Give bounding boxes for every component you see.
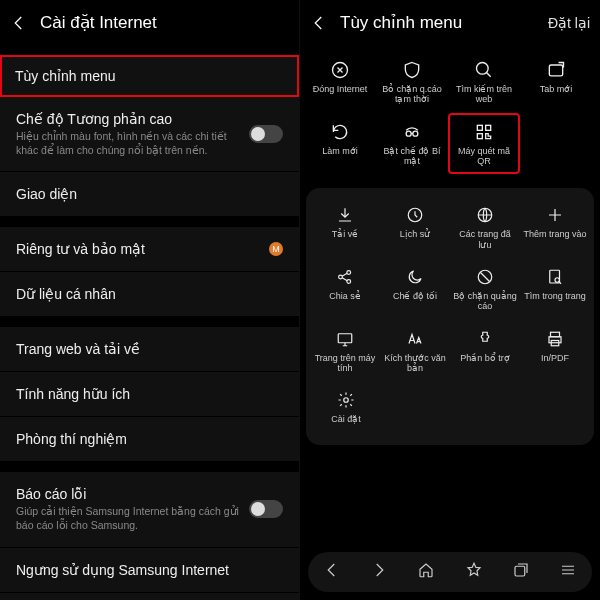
history-item[interactable]: Lịch sử: [380, 196, 450, 258]
label: Riêng tư và bảo mật: [16, 241, 145, 257]
saved-pages-item[interactable]: Các trang đã lưu: [450, 196, 520, 258]
label: Kích thước văn bản: [382, 353, 448, 374]
label: Chế độ tối: [393, 291, 437, 301]
svg-point-1: [477, 63, 489, 75]
empty-slot: [520, 113, 592, 175]
menu-icon[interactable]: [559, 561, 577, 583]
svg-rect-21: [515, 566, 525, 576]
contact-item[interactable]: Liên hệ chúng tôi: [0, 593, 299, 600]
label: Phòng thí nghiệm: [16, 431, 127, 447]
close-internet-item[interactable]: Đóng Internet: [304, 51, 376, 113]
block-icon: [476, 266, 494, 288]
tabs-icon[interactable]: [512, 561, 530, 583]
reset-button[interactable]: Đặt lại: [548, 15, 590, 31]
label: Tải về: [332, 229, 359, 239]
svg-point-20: [344, 398, 349, 403]
svg-rect-6: [486, 125, 491, 130]
label: Bật chế độ Bí mật: [378, 146, 446, 167]
settings-list: Tùy chỉnh menu Chế độ Tương phản cao Hiệ…: [0, 45, 299, 600]
personal-data-item[interactable]: Dữ liệu cá nhân: [0, 272, 299, 317]
label: Báo cáo lỗi: [16, 486, 249, 502]
print-item[interactable]: In/PDF: [520, 320, 590, 382]
settings-pane: Cài đặt Internet Tùy chỉnh menu Chế độ T…: [0, 0, 300, 600]
sublabel: Giúp cải thiện Samsung Internet bằng các…: [16, 505, 249, 532]
addons-item[interactable]: Phần bổ trợ: [450, 320, 520, 382]
download-item[interactable]: Tải về: [310, 196, 380, 258]
label: In/PDF: [541, 353, 569, 363]
high-contrast-item[interactable]: Chế độ Tương phản cao Hiệu chỉnh màu fon…: [0, 97, 299, 172]
label: Trang web và tải về: [16, 341, 140, 357]
customize-menu-pane: Tùy chỉnh menu Đặt lại Đóng Internet Bỏ …: [300, 0, 600, 600]
toggle-switch[interactable]: [249, 125, 283, 143]
web-search-item[interactable]: Tìm kiếm trên web: [448, 51, 520, 113]
text-size-item[interactable]: Kích thước văn bản: [380, 320, 450, 382]
label: Bộ chặn quảng cáo: [452, 291, 518, 312]
label: Trang trên máy tính: [312, 353, 378, 374]
useful-features-item[interactable]: Tính năng hữu ích: [0, 372, 299, 417]
mask-icon: [402, 121, 422, 143]
labs-item[interactable]: Phòng thí nghiệm: [0, 417, 299, 462]
header: Cài đặt Internet: [0, 0, 299, 45]
label: Chế độ Tương phản cao: [16, 111, 249, 127]
qr-scanner-item[interactable]: Máy quét mã QR: [448, 113, 520, 175]
label: Các trang đã lưu: [452, 229, 518, 250]
new-tab-item[interactable]: Tab mới: [520, 51, 592, 113]
svg-rect-2: [549, 65, 562, 76]
bookmark-icon[interactable]: [465, 561, 483, 583]
shield-icon: [402, 59, 422, 81]
add-page-item[interactable]: Thêm trang vào: [520, 196, 590, 258]
svg-point-3: [406, 131, 411, 136]
plus-icon: [546, 204, 564, 226]
privacy-item[interactable]: Riêng tư và bảo mật M: [0, 227, 299, 272]
download-icon: [336, 204, 354, 226]
label: Máy quét mã QR: [450, 146, 518, 167]
label: Chia sẻ: [329, 291, 361, 301]
label: Cài đặt: [331, 414, 361, 424]
header: Tùy chỉnh menu Đặt lại: [300, 0, 600, 45]
secret-mode-item[interactable]: Bật chế độ Bí mật: [376, 113, 448, 175]
stop-using-item[interactable]: Ngưng sử dụng Samsung Internet: [0, 548, 299, 593]
toggle-switch[interactable]: [249, 500, 283, 518]
nav-back-icon[interactable]: [323, 561, 341, 583]
desktop-site-item[interactable]: Trang trên máy tính: [310, 320, 380, 382]
svg-rect-16: [338, 334, 352, 343]
unblock-ads-item[interactable]: Bỏ chặn q.cáo tạm thời: [376, 51, 448, 113]
label: Giao diện: [16, 186, 77, 202]
monitor-icon: [336, 328, 354, 350]
nav-forward-icon[interactable]: [370, 561, 388, 583]
dark-mode-item[interactable]: Chế độ tối: [380, 258, 450, 320]
label: Ngưng sử dụng Samsung Internet: [16, 562, 229, 578]
puzzle-icon: [476, 328, 494, 350]
share-icon: [336, 266, 354, 288]
badge-m: M: [269, 242, 283, 256]
customize-menu-item[interactable]: Tùy chỉnh menu: [0, 55, 299, 97]
home-icon[interactable]: [417, 561, 435, 583]
history-icon: [406, 204, 424, 226]
globe-icon: [476, 204, 494, 226]
label: Phần bổ trợ: [460, 353, 510, 363]
share-item[interactable]: Chia sẻ: [310, 258, 380, 320]
browser-nav-bar: [308, 552, 592, 592]
sublabel: Hiệu chỉnh màu font, hình nền và các chi…: [16, 130, 249, 157]
find-icon: [546, 266, 564, 288]
label: Tìm trong trang: [524, 291, 586, 301]
svg-rect-17: [551, 332, 560, 337]
find-in-page-item[interactable]: Tìm trong trang: [520, 258, 590, 320]
back-icon[interactable]: [10, 14, 28, 32]
label: Lịch sử: [400, 229, 431, 239]
sites-downloads-item[interactable]: Trang web và tải về: [0, 327, 299, 372]
error-report-item[interactable]: Báo cáo lỗi Giúp cải thiện Samsung Inter…: [0, 472, 299, 547]
label: Thêm trang vào: [523, 229, 586, 239]
available-menu-grid: Tải về Lịch sử Các trang đã lưu Thêm tra…: [306, 188, 594, 444]
appearance-item[interactable]: Giao diện: [0, 172, 299, 217]
label: Đóng Internet: [313, 84, 368, 94]
text-size-icon: [406, 328, 424, 350]
refresh-item[interactable]: Làm mới: [304, 113, 376, 175]
label: Làm mới: [322, 146, 358, 156]
refresh-icon: [330, 121, 350, 143]
settings-item[interactable]: Cài đặt: [310, 381, 382, 432]
adblock-item[interactable]: Bộ chặn quảng cáo: [450, 258, 520, 320]
back-icon[interactable]: [310, 14, 328, 32]
page-title: Tùy chỉnh menu: [340, 12, 462, 33]
svg-rect-5: [477, 125, 482, 130]
